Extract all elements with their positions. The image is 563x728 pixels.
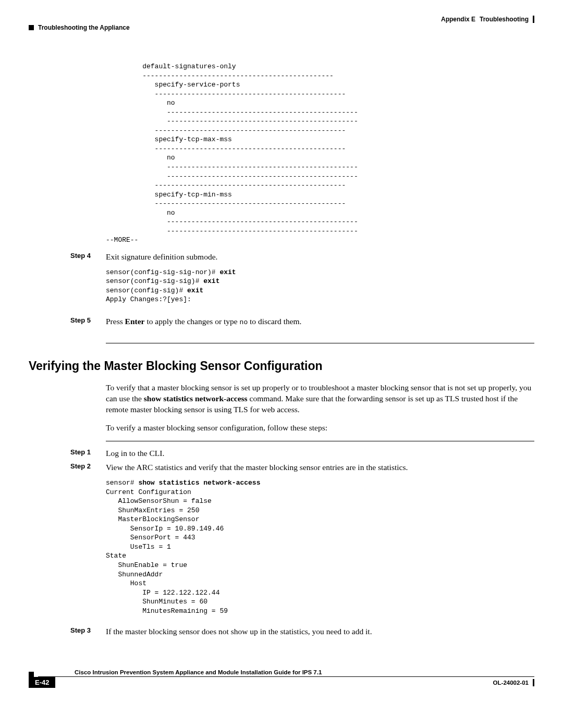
code-line: Apply Changes:?[yes]: <box>106 295 191 303</box>
step-4-text: Exit signature definition submode. <box>106 251 534 263</box>
step-3-text: If the master blocking sensor does not s… <box>106 626 534 637</box>
footer-bottom: E-42 OL-24002-01 <box>29 677 534 688</box>
text-frag: Press <box>106 317 125 326</box>
no-literal: no <box>240 318 248 326</box>
step-5-label: Step 5 <box>70 316 106 327</box>
step-1-text: Log in to the CLI. <box>106 448 534 459</box>
square-bullet-icon <box>29 25 34 30</box>
header-right: Appendix E Troubleshooting <box>441 16 534 23</box>
page: Appendix E Troubleshooting Troubleshooti… <box>0 0 563 698</box>
code-prompt: sensor(config-sig)# <box>106 287 187 294</box>
chapter-label: Troubleshooting <box>480 16 529 23</box>
steps-divider <box>106 441 534 441</box>
doc-id-text: OL-24002-01 <box>493 680 529 686</box>
step-2-row: Step 2 View the ARC statistics and verif… <box>29 462 534 473</box>
step-5-row: Step 5 Press Enter to apply the changes … <box>29 316 534 327</box>
footer-doc-title: Cisco Intrusion Prevention System Applia… <box>38 669 534 677</box>
page-footer: Cisco Intrusion Prevention System Applia… <box>29 669 534 688</box>
code-prompt: sensor(config-sig-sig-nor)# <box>106 268 219 276</box>
enter-key: Enter <box>125 317 145 326</box>
footer-title-row: Cisco Intrusion Prevention System Applia… <box>29 669 534 677</box>
step-2-code: sensor# show statistics network-access C… <box>106 478 534 615</box>
step-1-row: Step 1 Log in to the CLI. <box>29 448 534 459</box>
code-output: Current Configuration AllowSensorShun = … <box>106 488 228 615</box>
text-frag: to apply the changes or type <box>145 317 240 326</box>
section-heading: Verifying the Master Blocking Sensor Con… <box>29 359 534 373</box>
code-cmd: exit <box>219 268 236 276</box>
header-bar-icon <box>533 16 534 23</box>
page-subheader-row: Troubleshooting the Appliance <box>29 24 534 31</box>
step-4-row: Step 4 Exit signature definition submode… <box>29 251 534 263</box>
step-5-text: Press Enter to apply the changes or type… <box>106 316 534 327</box>
intro-paragraph-1: To verify that a master blocking sensor … <box>106 382 534 415</box>
text-frag: to discard them. <box>248 317 301 326</box>
square-bullet-icon <box>29 672 34 677</box>
page-header: Appendix E Troubleshooting <box>29 16 534 23</box>
intro-paragraph-2: To verify a master blocking sensor confi… <box>106 423 534 434</box>
step-3-row: Step 3 If the master blocking sensor doe… <box>29 626 534 637</box>
doc-id: OL-24002-01 <box>493 679 534 686</box>
code-cmd: exit <box>187 287 203 294</box>
code-cmd: show statistics network-access <box>138 479 260 487</box>
code-cmd: exit <box>203 277 219 285</box>
divider <box>106 343 534 343</box>
page-number-badge: E-42 <box>29 677 55 688</box>
section-label: Troubleshooting the Appliance <box>38 24 130 31</box>
step-1-label: Step 1 <box>70 448 106 459</box>
code-block-signatures: default-signatures-only ----------------… <box>106 62 534 245</box>
step-2-text: View the ARC statistics and verify that … <box>106 462 534 473</box>
step-2-label: Step 2 <box>70 462 106 473</box>
code-prompt: sensor# <box>106 479 138 487</box>
code-prompt: sensor(config-sig-sig)# <box>106 277 203 285</box>
step-4-label: Step 4 <box>70 251 106 263</box>
appendix-label: Appendix E <box>441 16 475 23</box>
footer-bar-icon <box>533 679 534 686</box>
subheader-left: Troubleshooting the Appliance <box>29 24 130 31</box>
command-name: show statistics network-access <box>144 394 248 403</box>
step-3-label: Step 3 <box>70 626 106 637</box>
step-4-code: sensor(config-sig-sig-nor)# exit sensor(… <box>106 268 534 304</box>
